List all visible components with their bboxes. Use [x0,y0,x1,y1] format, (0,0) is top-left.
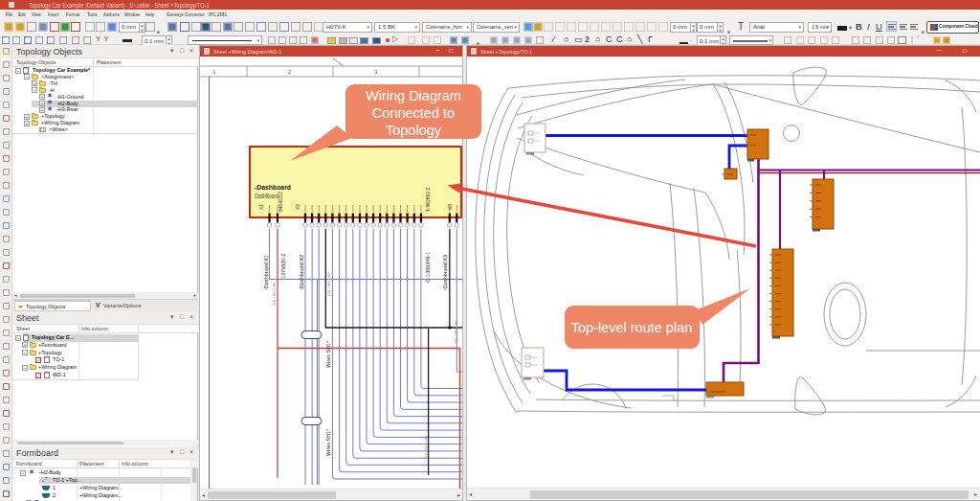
svg-text:T-962662-2: T-962662-2 [425,187,431,212]
svg-text:G-1355346-1: G-1355346-1 [425,252,431,283]
svg-text:X1: X1 [258,204,264,210]
svg-text:(W)-18M,18M: (W)-18M,18M [326,273,331,296]
svg-text:DashBoard: DashBoard [255,193,278,199]
svg-text:(W)-18M,18M: (W)-18M,18M [424,436,429,459]
svg-text:940453-2: 940453-2 [278,192,283,212]
svg-text:-Dashboard X3: -Dashboard X3 [442,255,448,290]
svg-text:(W)-18M,18M: (W)-18M,18M [454,321,458,344]
svg-text:3: 3 [374,69,378,75]
svg-text:X2: X2 [295,204,301,210]
svg-text:2: 2 [288,69,292,75]
svg-text:1375820-2: 1375820-2 [280,254,286,279]
svg-text:-Dashboard X2: -Dashboard X2 [299,255,304,290]
svg-text:1: 1 [212,69,216,75]
svg-text:-Dashboard X1: -Dashboard X1 [263,255,269,290]
svg-text:(W)-18M,18M: (W)-18M,18M [272,283,277,306]
svg-text:-Dashboard: -Dashboard [255,183,291,192]
svg-text:Wires SH1*: Wires SH1* [325,428,331,456]
svg-text:Wires SH1*: Wires SH1* [325,340,331,368]
